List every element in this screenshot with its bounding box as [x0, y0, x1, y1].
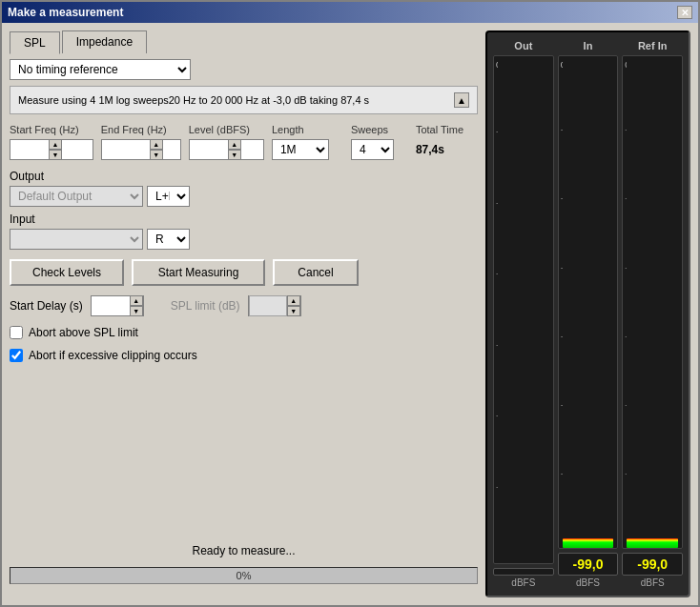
level-label: Level (dBFS): [189, 124, 264, 135]
in-meter-container: 0 -10 -20 -30 -40 -50 -60: [558, 55, 619, 549]
in-dark-overlay: [563, 56, 614, 538]
params-grid: Start Freq (Hz) End Freq (Hz) Level (dBF…: [10, 120, 478, 164]
out-dark-overlay: [498, 56, 549, 563]
ref-meter-column: Ref In 0 -10 -20 -30 -40 -50 -60 -99,0: [622, 40, 683, 588]
level-input[interactable]: -3,0: [190, 141, 228, 158]
start-delay-label: Start Delay (s): [10, 299, 83, 313]
ref-value: -99,0: [637, 556, 668, 572]
out-value-box: [493, 568, 554, 576]
ref-bar: [627, 538, 678, 548]
collapse-button[interactable]: ▲: [454, 92, 469, 108]
out-meter-title: Out: [514, 40, 532, 51]
progress-bar-container: [10, 567, 478, 584]
length-label: Length: [272, 124, 343, 135]
end-freq-up[interactable]: ▲: [150, 139, 163, 150]
level-down[interactable]: ▼: [228, 150, 241, 160]
start-freq-down[interactable]: ▼: [49, 150, 62, 160]
info-text: Measure using 4 1M log sweeps20 Hz to 20…: [18, 94, 454, 106]
spl-limit-up[interactable]: ▲: [287, 295, 300, 306]
in-value: -99,0: [573, 556, 604, 572]
cancel-button[interactable]: Cancel: [273, 259, 359, 286]
output-row: Output Default Output L+R: [10, 170, 478, 207]
delay-input[interactable]: 0: [92, 297, 130, 314]
in-meter-title: In: [584, 40, 593, 51]
progress-container: 0%: [10, 563, 478, 597]
spl-limit-input[interactable]: 100: [249, 295, 287, 316]
ref-meter-container: 0 -10 -20 -30 -40 -50 -60: [622, 55, 683, 549]
out-meter-container: 0 -10 -20 -30 -40 -50 -60: [493, 55, 554, 564]
check-levels-button[interactable]: Check Levels: [10, 259, 124, 286]
end-freq-label: End Freq (Hz): [101, 124, 181, 135]
start-freq-label: Start Freq (Hz): [10, 124, 93, 135]
input-label: Input: [10, 212, 478, 226]
abort-spl-checkbox[interactable]: [10, 326, 23, 339]
tab-spl[interactable]: SPL: [10, 31, 60, 54]
ref-meter-title: Ref In: [638, 40, 668, 51]
delay-up[interactable]: ▲: [130, 295, 143, 306]
abort-spl-row: Abort above SPL limit: [10, 326, 478, 339]
content-area: SPL Impedance No timing reference Measur…: [2, 23, 698, 605]
timing-select[interactable]: No timing reference: [10, 59, 191, 80]
input-row: Input R: [10, 212, 478, 250]
spacer: [10, 368, 478, 535]
start-measuring-button[interactable]: Start Measuring: [132, 259, 265, 286]
ref-unit: dBFS: [641, 577, 665, 588]
input-device-select[interactable]: [10, 229, 143, 250]
in-bar: [563, 538, 614, 548]
in-unit: dBFS: [576, 577, 600, 588]
end-freq-input[interactable]: 20 000: [102, 141, 150, 158]
window-title: Make a measurement: [8, 6, 123, 19]
spl-limit-buttons: ▲ ▼: [287, 295, 300, 316]
abort-clip-label: Abort if excessive clipping occurs: [29, 349, 197, 362]
start-freq-up[interactable]: ▲: [49, 139, 62, 150]
end-freq-buttons: ▲ ▼: [150, 139, 163, 160]
level-buttons: ▲ ▼: [228, 139, 241, 160]
right-panel: Out 0 -10 -20 -30 -40 -50 -60 dBFS: [485, 30, 690, 597]
abort-spl-label: Abort above SPL limit: [29, 326, 138, 339]
ref-dark-overlay: [627, 56, 678, 538]
level-spinner: -3,0 ▲ ▼: [189, 139, 264, 160]
tab-bar: SPL Impedance: [10, 30, 478, 53]
delay-buttons: ▲ ▼: [130, 295, 143, 316]
tab-impedance[interactable]: Impedance: [62, 30, 147, 53]
end-freq-down[interactable]: ▼: [150, 150, 163, 160]
timing-row: No timing reference: [10, 59, 478, 80]
spl-limit-label: SPL limit (dB): [171, 299, 240, 313]
status-row: Ready to measure...: [10, 544, 478, 557]
in-value-box: -99,0: [558, 553, 619, 576]
out-meter-column: Out 0 -10 -20 -30 -40 -50 -60 dBFS: [493, 40, 554, 588]
output-device-select[interactable]: Default Output: [10, 186, 143, 207]
io-section: Output Default Output L+R Input: [10, 170, 478, 250]
total-time-label: Total Time: [416, 124, 478, 135]
left-panel: SPL Impedance No timing reference Measur…: [10, 30, 478, 597]
output-label: Output: [10, 170, 478, 183]
close-button[interactable]: ✕: [677, 6, 692, 19]
total-time-value: 87,4s: [416, 143, 478, 156]
input-channel-select[interactable]: R: [147, 229, 190, 250]
length-select[interactable]: 1M: [272, 139, 329, 160]
ref-value-box: -99,0: [622, 553, 683, 576]
delay-down[interactable]: ▼: [130, 306, 143, 316]
start-freq-spinner: 20 ▲ ▼: [10, 139, 93, 160]
spl-limit-down[interactable]: ▼: [287, 306, 300, 316]
delay-spinner: 0 ▲ ▼: [91, 295, 144, 316]
status-text: Ready to measure...: [192, 544, 295, 557]
meters-row: Out 0 -10 -20 -30 -40 -50 -60 dBFS: [493, 40, 683, 588]
title-bar: Make a measurement ✕: [2, 2, 698, 23]
sweeps-label: Sweeps: [351, 124, 408, 135]
start-freq-input[interactable]: 20: [10, 141, 49, 158]
abort-clip-checkbox[interactable]: [10, 349, 23, 362]
start-freq-buttons: ▲ ▼: [49, 139, 62, 160]
sweeps-select[interactable]: 4: [351, 139, 394, 160]
action-buttons: Check Levels Start Measuring Cancel: [10, 259, 478, 286]
input-controls: R: [10, 229, 478, 250]
main-window: Make a measurement ✕ SPL Impedance No ti…: [0, 0, 700, 607]
spl-limit-spinner: 100 ▲ ▼: [248, 295, 301, 316]
level-up[interactable]: ▲: [228, 139, 241, 150]
end-freq-spinner: 20 000 ▲ ▼: [101, 139, 181, 160]
in-meter-column: In 0 -10 -20 -30 -40 -50 -60 -99,0: [558, 40, 619, 588]
output-controls: Default Output L+R: [10, 186, 478, 207]
info-box: Measure using 4 1M log sweeps20 Hz to 20…: [10, 86, 478, 114]
abort-clip-row: Abort if excessive clipping occurs: [10, 349, 478, 362]
output-channel-select[interactable]: L+R: [147, 186, 190, 207]
